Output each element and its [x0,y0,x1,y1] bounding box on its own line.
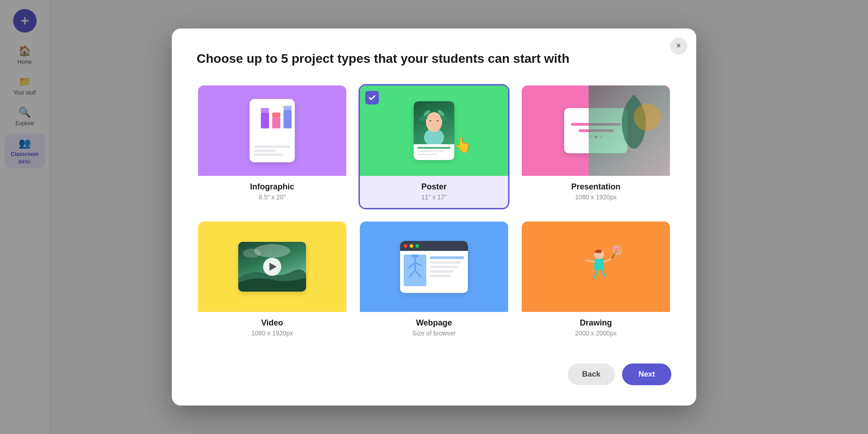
svg-point-16 [243,249,261,258]
drawing-preview [564,240,627,294]
webpage-preview [400,241,468,293]
dot-red [404,244,407,248]
svg-line-25 [594,270,598,278]
webpage-line-3 [430,266,458,268]
svg-line-22 [415,270,421,277]
infographic-lines [254,146,290,158]
webpage-text-lines [430,255,464,289]
video-name: Video [205,318,339,328]
project-card-poster[interactable]: 👆 Poster 11" x 17" [359,84,509,209]
presentation-name: Presentation [529,182,663,192]
svg-rect-4 [272,117,280,128]
project-type-modal: × Choose up to 5 project types that your… [172,28,696,406]
project-card-infographic[interactable]: Infographic 8.5" x 20" [197,84,348,209]
svg-rect-3 [261,108,269,113]
webpage-character [404,255,426,286]
modal-footer: Back Next [197,363,671,385]
infographic-name: Infographic [205,182,339,192]
presentation-size: 1080 x 1920px [529,193,663,201]
svg-line-21 [409,270,415,277]
modal-title: Choose up to 5 project types that your s… [197,51,671,66]
webpage-name: Webpage [367,318,501,328]
close-icon: × [676,41,681,51]
svg-point-17 [411,255,419,258]
infographic-size: 8.5" x 20" [205,193,339,201]
infographic-info: Infographic 8.5" x 20" [198,176,346,208]
svg-rect-6 [283,110,292,128]
svg-rect-5 [272,113,280,117]
svg-line-27 [586,260,594,262]
modal-overlay: × Choose up to 5 project types that your… [0,0,868,434]
drawing-name: Drawing [529,318,663,328]
dot-green [415,244,419,248]
svg-point-14 [634,104,661,131]
svg-line-28 [604,259,612,262]
svg-rect-24 [594,259,604,270]
play-triangle-icon [269,263,277,271]
poster-name: Poster [367,182,501,192]
webpage-line-1 [430,256,464,259]
webpage-titlebar [400,241,468,251]
svg-rect-7 [283,106,292,110]
drawing-size: 2000 x 2000px [529,330,663,337]
infographic-3d-chart [259,104,286,126]
drawing-info: Drawing 2000 x 2000px [522,312,670,344]
poster-face [419,105,449,150]
webpage-line-4 [430,270,454,273]
presentation-info: Presentation 1080 x 1920px [522,176,670,208]
poster-check-badge [365,91,379,104]
back-button[interactable]: Back [568,363,615,385]
infographic-preview [250,99,295,162]
presentation-thumbnail [522,85,670,176]
webpage-thumbnail [360,222,508,312]
poster-preview: 👆 [360,85,508,176]
modal-close-button[interactable]: × [670,38,687,55]
svg-point-9 [426,112,442,132]
project-card-webpage[interactable]: Webpage Size of browser [359,220,509,345]
webpage-line-2 [430,261,461,264]
project-type-grid: Infographic 8.5" x 20" [197,84,671,345]
project-card-video[interactable]: Video 1080 x 1920px [197,220,348,345]
project-card-drawing[interactable]: Drawing 2000 x 2000px [520,220,671,345]
webpage-info: Webpage Size of browser [360,312,508,344]
poster-card-preview [414,101,454,160]
project-card-presentation[interactable]: Presentation 1080 x 1920px [520,84,671,209]
pres-bg-image [589,85,670,176]
poster-size: 11" x 17" [367,193,501,201]
svg-line-19 [408,263,415,268]
webpage-size: Size of browser [367,330,501,337]
cursor-pointer: 👆 [454,136,472,153]
video-info: Video 1080 x 1920px [198,312,346,344]
webpage-line-5 [430,275,451,277]
poster-card-lines [414,144,454,160]
webpage-body [400,251,468,293]
drawing-scene [564,231,627,303]
svg-line-20 [415,263,422,266]
video-size: 1080 x 1920px [205,330,339,337]
video-thumbnail [198,222,346,312]
webpage-figure [404,255,426,286]
svg-rect-2 [261,113,269,128]
infographic-thumbnail [198,85,346,176]
poster-info: Poster 11" x 17" [360,176,508,208]
dot-yellow [410,244,413,248]
video-preview [238,242,306,292]
drawing-thumbnail [522,222,670,312]
next-button[interactable]: Next [622,363,671,385]
poster-thumbnail: 👆 [360,85,508,176]
svg-line-26 [602,270,605,276]
